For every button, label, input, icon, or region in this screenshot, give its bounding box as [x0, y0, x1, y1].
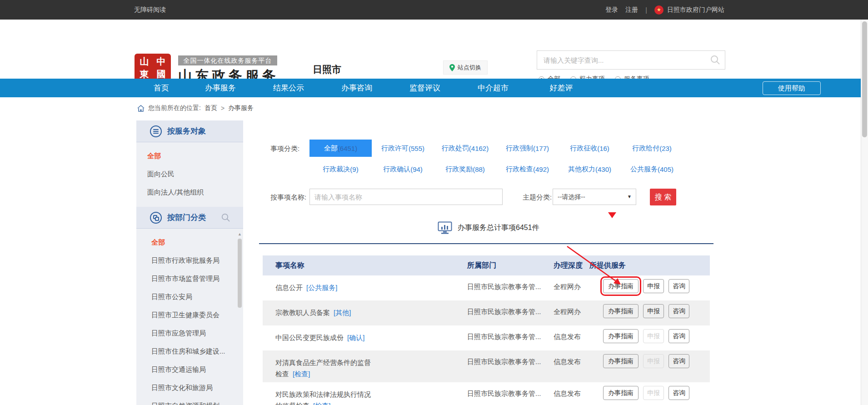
login-link[interactable]: 登录	[605, 6, 618, 14]
department-item[interactable]: 日照市公安局	[140, 288, 243, 306]
search-icon[interactable]	[710, 55, 720, 67]
breadcrumb-current[interactable]: 办事服务	[228, 104, 254, 112]
portal-link[interactable]: ★ 日照市政府门户网站	[654, 5, 724, 15]
apply-button[interactable]: 申报	[643, 386, 664, 400]
department-item[interactable]: 日照市行政审批服务局	[140, 251, 243, 270]
nav-item[interactable]: 首页	[136, 79, 186, 97]
department-scrollbar-thumb[interactable]	[238, 239, 242, 308]
item-services-cell: 办事指南 申报 咨询	[583, 350, 710, 382]
department-item[interactable]: 日照市卫生健康委员会	[140, 306, 243, 324]
service-object-item[interactable]: 全部	[136, 147, 243, 165]
category-tab[interactable]: 全部(6451)	[309, 140, 372, 157]
nav-item[interactable]: 中介超市	[459, 79, 527, 97]
item-name-input[interactable]	[309, 189, 503, 205]
item-type-tag[interactable]: [检查]	[313, 402, 330, 405]
item-name-link[interactable]: 对清真食品生产经营条件的监督检查	[275, 359, 371, 378]
category-tab[interactable]: 行政确认(94)	[372, 160, 434, 178]
table-row: 宗教教职人员备案[其他] 日照市民族宗教事务管... 全程网办 办事指南 申报 …	[263, 300, 710, 325]
category-tab[interactable]: 行政裁决(9)	[309, 160, 372, 178]
category-tab-count: (16)	[597, 145, 609, 152]
apply-button[interactable]: 申报	[643, 304, 664, 318]
item-services-cell: 办事指南 申报 咨询	[583, 382, 710, 405]
item-type-tag[interactable]: [其他]	[334, 309, 351, 316]
search-button[interactable]: 搜 索	[650, 189, 676, 205]
register-link[interactable]: 注册	[625, 6, 638, 14]
category-tab-count: (88)	[473, 165, 485, 173]
apply-button[interactable]: 申报	[643, 279, 664, 293]
item-type-tag[interactable]: [检查]	[293, 370, 310, 378]
category-tab[interactable]: 行政征收(16)	[559, 140, 621, 157]
nav-item[interactable]: 监督评议	[391, 79, 459, 97]
category-tab[interactable]: 行政许可(555)	[372, 140, 434, 157]
department-title: 按部门分类	[167, 212, 206, 223]
seal-char: 山	[140, 57, 149, 66]
category-tab[interactable]: 行政检查(492)	[496, 160, 559, 178]
category-tab-count: (6451)	[338, 145, 357, 152]
page-scrollbar-thumb[interactable]	[862, 21, 867, 137]
item-dept-cell: 日照市民族宗教事务管...	[458, 350, 544, 382]
category-tab-label: 行政检查	[506, 165, 533, 174]
accessibility-link[interactable]: 无障碍阅读	[134, 0, 166, 20]
item-name-link[interactable]: 中国公民变更民族成份	[275, 334, 344, 341]
category-tab[interactable]: 行政强制(177)	[496, 140, 559, 157]
section-divider	[259, 243, 713, 244]
item-services-cell: 办事指南 申报 咨询	[583, 275, 710, 300]
seal-char: 東	[140, 70, 149, 79]
department-item[interactable]: 日照市文化和旅游局	[140, 379, 243, 397]
breadcrumb-home-link[interactable]: 首页	[205, 104, 217, 112]
keyword-search-box	[537, 50, 725, 70]
nav-item[interactable]: 办事服务	[186, 79, 254, 97]
nav-item[interactable]: 结果公示	[254, 79, 323, 97]
category-tab[interactable]: 行政给付(23)	[621, 140, 683, 157]
department-item[interactable]: 日照市应急管理局	[140, 324, 243, 342]
department-search-icon[interactable]	[221, 213, 230, 225]
department-scrollbar[interactable]: ▲	[238, 232, 242, 403]
item-name-link[interactable]: 信息公开	[275, 284, 303, 291]
total-summary-text: 办事服务总计事项6451件	[458, 223, 539, 233]
consult-button[interactable]: 咨询	[668, 304, 689, 318]
nav-item[interactable]: 办事咨询	[323, 79, 391, 97]
category-tab[interactable]: 其他权力(430)	[559, 160, 621, 178]
service-object-item[interactable]: 面向法人/其他组织	[136, 183, 243, 201]
department-item[interactable]: 日照市自然资源和规划...	[140, 397, 243, 405]
consult-button[interactable]: 咨询	[668, 386, 689, 400]
item-name-link[interactable]: 宗教教职人员备案	[275, 309, 330, 316]
category-tab-count: (4162)	[469, 145, 489, 152]
department-item[interactable]: 日照市住房和城乡建设...	[140, 342, 243, 360]
item-services-cell: 办事指南 申报 咨询	[583, 325, 710, 350]
category-tab[interactable]: 公共服务(405)	[621, 160, 683, 178]
department-item[interactable]: 日照市市场监督管理局	[140, 270, 243, 288]
topic-select[interactable]: --请选择-- ▼	[553, 189, 636, 205]
item-name-label: 按事项名称:	[270, 193, 306, 202]
site-switch-button[interactable]: 站点切换	[443, 60, 488, 75]
breadcrumb: 您当前所在的位置: 首页 > 办事服务	[137, 97, 254, 119]
nav-item[interactable]: 好差评	[527, 79, 595, 97]
guide-button[interactable]: 办事指南	[603, 329, 639, 343]
help-button[interactable]: 使用帮助	[763, 81, 821, 95]
site-switch-label: 站点切换	[458, 64, 481, 72]
category-tab-count: (555)	[409, 145, 424, 152]
consult-button[interactable]: 咨询	[668, 279, 689, 293]
service-object-item[interactable]: 面向公民	[136, 165, 243, 183]
apply-button[interactable]: 申报	[643, 329, 664, 343]
item-type-tag[interactable]: [公共服务]	[306, 284, 337, 291]
guide-button[interactable]: 办事指南	[603, 354, 639, 368]
scroll-up-icon[interactable]: ▲	[238, 232, 242, 236]
department-item[interactable]: 全部	[140, 233, 243, 251]
category-tab[interactable]: 行政处罚(4162)	[434, 140, 496, 157]
guide-button[interactable]: 办事指南	[603, 386, 639, 400]
table-row: 中国公民变更民族成份[确认] 日照市民族宗教事务管... 信息发布 办事指南 申…	[263, 325, 710, 350]
national-emblem-icon: ★	[654, 5, 663, 15]
keyword-search-input[interactable]	[537, 51, 705, 69]
consult-button[interactable]: 咨询	[668, 329, 689, 343]
col-header-name: 事项名称	[263, 255, 458, 275]
apply-button[interactable]: 申报	[643, 354, 664, 368]
consult-button[interactable]: 咨询	[668, 354, 689, 368]
item-depth-cell: 全程网办	[544, 275, 583, 300]
category-tab[interactable]: 行政奖励(88)	[434, 160, 496, 178]
guide-button[interactable]: 办事指南	[603, 304, 639, 318]
item-type-tag[interactable]: [确认]	[347, 334, 364, 341]
page-scrollbar[interactable]	[861, 20, 868, 405]
guide-button[interactable]: 办事指南	[603, 279, 639, 293]
department-item[interactable]: 日照市交通运输局	[140, 360, 243, 379]
